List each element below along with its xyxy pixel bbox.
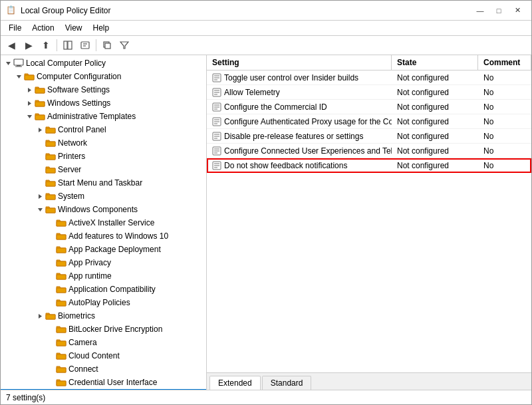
menu-view[interactable]: View xyxy=(60,22,88,34)
svg-rect-21 xyxy=(46,128,55,133)
tree-item-camera[interactable]: Camera xyxy=(1,336,206,349)
close-button[interactable]: ✕ xyxy=(509,4,526,17)
tree-item-app-compatibility[interactable]: Application Compatibility xyxy=(1,283,206,296)
expand-icon-credential-ui[interactable] xyxy=(46,378,55,387)
tree-item-server[interactable]: Server xyxy=(1,163,206,176)
tree-item-printers[interactable]: Printers xyxy=(1,150,206,163)
minimize-button[interactable]: — xyxy=(471,4,489,17)
expand-icon-software-settings[interactable] xyxy=(25,85,34,94)
header-state[interactable]: State xyxy=(392,55,478,70)
tree-item-system[interactable]: System xyxy=(1,190,206,203)
svg-rect-25 xyxy=(46,182,55,186)
forward-button[interactable]: ▶ xyxy=(21,38,37,53)
expand-icon-computer-configuration[interactable] xyxy=(14,72,23,81)
expand-icon-add-features[interactable] xyxy=(46,231,55,241)
tree-item-biometrics[interactable]: Biometrics xyxy=(1,309,206,323)
tree-item-windows-components[interactable]: Windows Components xyxy=(1,203,206,216)
settings-row-3[interactable]: Configure Authenticated Proxy usage for … xyxy=(207,114,531,129)
svg-rect-32 xyxy=(57,248,66,253)
tree-item-app-runtime[interactable]: App runtime xyxy=(1,269,206,283)
tree-item-app-package[interactable]: App Package Deployment xyxy=(1,243,206,256)
tree-label-camera: Camera xyxy=(68,338,97,347)
back-button[interactable]: ◀ xyxy=(3,38,19,53)
settings-row-1[interactable]: Allow TelemetryNot configuredNo xyxy=(207,85,531,100)
tree-item-add-features[interactable]: Add features to Windows 10 xyxy=(1,229,206,243)
settings-row-2[interactable]: Configure the Commercial IDNot configure… xyxy=(207,100,531,114)
title-bar-left: 📋 Local Group Policy Editor xyxy=(6,5,110,16)
settings-cell-state-1: Not configured xyxy=(392,86,478,98)
expand-icon-printers[interactable] xyxy=(35,152,45,161)
status-text: 7 setting(s) xyxy=(6,393,45,402)
tree-item-windows-settings[interactable]: Windows Settings xyxy=(1,96,206,110)
tree-item-app-privacy[interactable]: App Privacy xyxy=(1,256,206,269)
settings-row-4[interactable]: Disable pre-release features or settings… xyxy=(207,129,531,144)
tree-icon-local-computer-policy xyxy=(13,58,24,68)
expand-icon-network[interactable] xyxy=(35,138,45,148)
tree-item-start-menu-taskbar[interactable]: Start Menu and Taskbar xyxy=(1,176,206,190)
toolbar-separator-1 xyxy=(57,39,57,51)
header-comment[interactable]: Comment xyxy=(478,55,531,70)
expand-icon-local-computer-policy[interactable] xyxy=(3,59,13,68)
tree-item-control-panel[interactable]: Control Panel xyxy=(1,123,206,136)
expand-icon-app-package[interactable] xyxy=(46,245,55,254)
tree-item-administrative-templates[interactable]: Administrative Templates xyxy=(1,110,206,123)
settings-row-0[interactable]: Toggle user control over Insider buildsN… xyxy=(207,70,531,85)
tree-item-autoplay[interactable]: AutoPlay Policies xyxy=(1,296,206,309)
tree-item-credential-ui[interactable]: Credential User Interface xyxy=(1,376,206,389)
svg-rect-38 xyxy=(46,315,55,319)
expand-icon-connect[interactable] xyxy=(46,364,55,374)
tree-icon-system xyxy=(45,191,56,202)
tree-item-activex-installer[interactable]: ActiveX Installer Service xyxy=(1,216,206,229)
tree-item-data-collection[interactable]: Data Collection and Preview Builds xyxy=(1,389,206,390)
menu-action[interactable]: Action xyxy=(27,22,59,34)
new-window-button[interactable] xyxy=(99,38,115,53)
maximize-button[interactable]: □ xyxy=(490,4,507,17)
settings-row-5[interactable]: Configure Connected User Experiences and… xyxy=(207,144,531,158)
expand-icon-cloud-content[interactable] xyxy=(46,351,55,360)
tree-item-cloud-content[interactable]: Cloud Content xyxy=(1,349,206,362)
show-hide-tree[interactable] xyxy=(60,38,76,53)
expand-icon-app-runtime[interactable] xyxy=(46,271,55,281)
setting-icon-2 xyxy=(212,102,221,112)
expand-icon-activex-installer[interactable] xyxy=(46,218,55,227)
settings-row-6[interactable]: Do not show feedback notificationsNot co… xyxy=(207,158,531,173)
expand-icon-autoplay[interactable] xyxy=(46,298,55,307)
expand-icon-biometrics[interactable] xyxy=(35,311,45,321)
menu-help[interactable]: Help xyxy=(88,22,115,34)
settings-cell-setting-4: Disable pre-release features or settings xyxy=(207,130,392,142)
filter-button[interactable] xyxy=(116,38,132,53)
properties-button[interactable] xyxy=(77,38,93,53)
settings-cell-comment-3: No xyxy=(478,116,531,128)
tree-label-biometrics: Biometrics xyxy=(58,311,95,321)
svg-rect-15 xyxy=(35,88,45,93)
svg-rect-31 xyxy=(57,235,66,239)
window-icon: 📋 xyxy=(6,5,17,16)
settings-cell-setting-2: Configure the Commercial ID xyxy=(207,101,392,113)
expand-icon-server[interactable] xyxy=(35,165,45,174)
tab-standard[interactable]: Standard xyxy=(262,376,312,390)
tab-extended[interactable]: Extended xyxy=(209,376,261,390)
expand-icon-windows-components[interactable] xyxy=(35,205,45,214)
tree-item-software-settings[interactable]: Software Settings xyxy=(1,83,206,96)
expand-icon-bitlocker[interactable] xyxy=(46,325,55,334)
tree-item-bitlocker[interactable]: BitLocker Drive Encryption xyxy=(1,323,206,336)
svg-rect-9 xyxy=(14,59,23,65)
expand-icon-system[interactable] xyxy=(35,192,45,201)
tree-item-local-computer-policy[interactable]: Local Computer Policy xyxy=(1,57,206,70)
expand-icon-app-privacy[interactable] xyxy=(46,258,55,267)
svg-rect-27 xyxy=(46,195,55,200)
tree-icon-software-settings xyxy=(35,84,45,95)
expand-icon-control-panel[interactable] xyxy=(35,125,45,134)
expand-icon-app-compatibility[interactable] xyxy=(46,285,55,294)
expand-icon-camera[interactable] xyxy=(46,338,55,347)
tree-item-network[interactable]: Network xyxy=(1,136,206,150)
expand-icon-start-menu-taskbar[interactable] xyxy=(35,178,45,188)
up-button[interactable]: ⬆ xyxy=(38,38,54,53)
tree-icon-app-package xyxy=(56,244,66,255)
menu-file[interactable]: File xyxy=(3,22,27,34)
tree-item-connect[interactable]: Connect xyxy=(1,362,206,376)
tree-item-computer-configuration[interactable]: Computer Configuration xyxy=(1,70,206,83)
header-setting[interactable]: Setting xyxy=(207,55,392,70)
expand-icon-administrative-templates[interactable] xyxy=(25,112,34,121)
expand-icon-windows-settings[interactable] xyxy=(25,98,34,108)
